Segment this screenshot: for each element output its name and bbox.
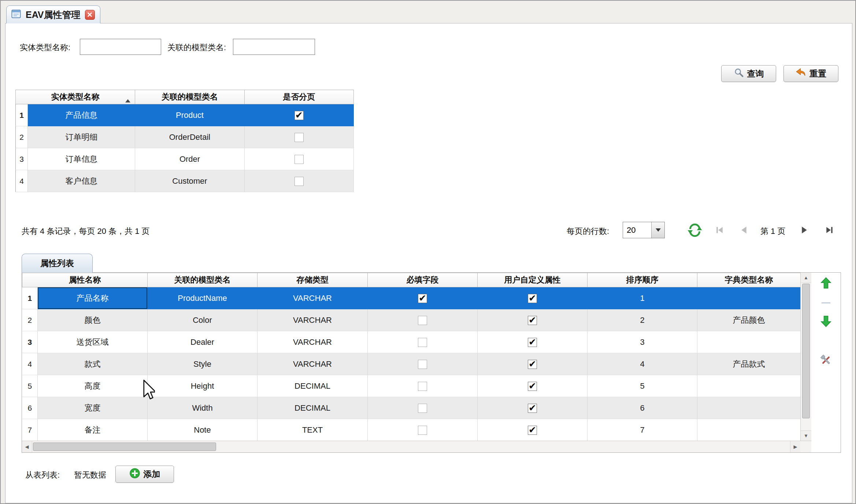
cell-sort-order[interactable]: 7	[588, 419, 697, 441]
cell-attr-model[interactable]: Dealer	[148, 331, 257, 353]
row-number[interactable]: 1	[22, 287, 38, 309]
move-up-button[interactable]	[820, 277, 831, 290]
cell-entity-name[interactable]: 客户信息	[28, 170, 135, 192]
cell-required[interactable]	[368, 397, 478, 419]
cell-attr-name[interactable]: 颜色	[38, 309, 148, 331]
paged-checkbox[interactable]	[294, 177, 304, 186]
col-header-custom[interactable]: 用户自定义属性	[478, 273, 588, 287]
cell-dict-type[interactable]: 产品款式	[697, 353, 801, 375]
cell-dict-type[interactable]	[697, 375, 801, 397]
cell-storage-type[interactable]: VARCHAR	[257, 353, 368, 375]
refresh-button[interactable]	[686, 222, 703, 238]
cell-sort-order[interactable]: 2	[588, 309, 697, 331]
paged-checkbox[interactable]	[294, 155, 304, 164]
cell-required[interactable]	[368, 309, 478, 331]
row-number[interactable]: 1	[16, 104, 28, 126]
vertical-scrollbar[interactable]: ▲ ▼	[800, 273, 811, 441]
cell-sort-order[interactable]: 1	[588, 287, 697, 309]
row-number[interactable]: 5	[22, 375, 38, 397]
paged-checkbox[interactable]	[294, 133, 304, 142]
table-row[interactable]: 1 产品信息 Product	[16, 104, 354, 126]
table-row[interactable]: 3 订单信息 Order	[16, 148, 354, 170]
table-row[interactable]: 2 颜色 Color VARCHAR 2 产品颜色	[22, 309, 801, 331]
cell-paged[interactable]	[244, 148, 353, 170]
table-row[interactable]: 4 客户信息 Customer	[16, 170, 354, 192]
row-number[interactable]: 4	[16, 170, 28, 192]
cell-custom[interactable]	[478, 287, 588, 309]
required-checkbox[interactable]	[418, 360, 427, 369]
cell-attr-model[interactable]: Color	[148, 309, 257, 331]
required-checkbox[interactable]	[418, 426, 427, 435]
required-checkbox[interactable]	[418, 404, 427, 413]
cell-attr-name[interactable]: 产品名称	[38, 287, 148, 309]
custom-checkbox[interactable]	[528, 426, 537, 435]
cell-sort-order[interactable]: 4	[588, 353, 697, 375]
row-number[interactable]: 2	[22, 309, 38, 331]
cell-paged[interactable]	[244, 126, 353, 148]
cell-dict-type[interactable]	[697, 419, 801, 441]
required-checkbox[interactable]	[418, 338, 427, 347]
cell-entity-name[interactable]: 订单信息	[28, 148, 135, 170]
cell-entity-name[interactable]: 产品信息	[28, 104, 135, 126]
col-header-paged[interactable]: 是否分页	[244, 90, 353, 104]
tab-attribute-list[interactable]: 属性列表	[22, 254, 93, 273]
first-page-button[interactable]	[711, 222, 728, 238]
col-header-attr-name[interactable]: 属性名称	[22, 273, 148, 287]
custom-checkbox[interactable]	[528, 338, 537, 347]
cell-dict-type[interactable]	[697, 331, 801, 353]
cell-custom[interactable]	[478, 353, 588, 375]
cell-required[interactable]	[368, 419, 478, 441]
entity-type-input[interactable]	[80, 39, 161, 55]
scroll-right-button[interactable]: ▶	[790, 441, 800, 452]
row-number[interactable]: 2	[16, 126, 28, 148]
next-page-button[interactable]	[796, 222, 812, 238]
required-checkbox[interactable]	[418, 382, 427, 391]
cell-attr-model[interactable]: Width	[148, 397, 257, 419]
cell-dict-type[interactable]	[697, 287, 801, 309]
cell-attr-model[interactable]: ProductName	[148, 287, 257, 309]
rows-per-page-select[interactable]: 20	[623, 222, 665, 238]
cell-required[interactable]	[368, 287, 478, 309]
vertical-scroll-thumb[interactable]	[802, 284, 810, 418]
col-header-required[interactable]: 必填字段	[368, 273, 478, 287]
cell-required[interactable]	[368, 375, 478, 397]
cell-storage-type[interactable]: TEXT	[257, 419, 368, 441]
settings-tools-button[interactable]	[819, 353, 833, 369]
cell-storage-type[interactable]: VARCHAR	[257, 309, 368, 331]
close-tab-button[interactable]	[85, 10, 95, 20]
row-number[interactable]: 3	[22, 331, 38, 353]
cell-storage-type[interactable]: VARCHAR	[257, 287, 368, 309]
cell-custom[interactable]	[478, 309, 588, 331]
scroll-left-button[interactable]: ◀	[22, 441, 32, 452]
cell-attr-name[interactable]: 高度	[38, 375, 148, 397]
table-row[interactable]: 6 宽度 Width DECIMAL 6	[22, 397, 801, 419]
table-row[interactable]: 5 高度 Height DECIMAL 5	[22, 375, 801, 397]
cell-storage-type[interactable]: DECIMAL	[257, 375, 368, 397]
query-button[interactable]: 查询	[721, 65, 776, 82]
reset-button[interactable]: 重置	[783, 65, 838, 82]
horizontal-scroll-thumb[interactable]	[33, 443, 216, 451]
cell-paged[interactable]	[244, 104, 353, 126]
cell-dict-type[interactable]: 产品颜色	[697, 309, 801, 331]
cell-attr-name[interactable]: 宽度	[38, 397, 148, 419]
cell-sort-order[interactable]: 5	[588, 375, 697, 397]
horizontal-scrollbar[interactable]: ◀ ▶	[22, 441, 811, 452]
cell-model-class[interactable]: Product	[135, 104, 244, 126]
scroll-up-button[interactable]: ▲	[801, 273, 811, 283]
model-class-input[interactable]	[233, 39, 315, 55]
cell-custom[interactable]	[478, 331, 588, 353]
row-number[interactable]: 4	[22, 353, 38, 375]
cell-model-class[interactable]: Customer	[135, 170, 244, 192]
cell-custom[interactable]	[478, 375, 588, 397]
col-header-dict-type[interactable]: 字典类型名称	[697, 273, 801, 287]
prev-page-button[interactable]	[736, 222, 752, 238]
cell-attr-model[interactable]: Note	[148, 419, 257, 441]
cell-attr-name[interactable]: 款式	[38, 353, 148, 375]
row-number[interactable]: 3	[16, 148, 28, 170]
move-down-button[interactable]	[820, 316, 831, 329]
col-header-model-class[interactable]: 关联的模型类名	[135, 90, 244, 104]
combo-dropdown-button[interactable]	[651, 222, 664, 238]
col-header-sort-order[interactable]: 排序顺序	[588, 273, 697, 287]
custom-checkbox[interactable]	[528, 360, 537, 369]
add-button[interactable]: 添加	[115, 466, 174, 483]
